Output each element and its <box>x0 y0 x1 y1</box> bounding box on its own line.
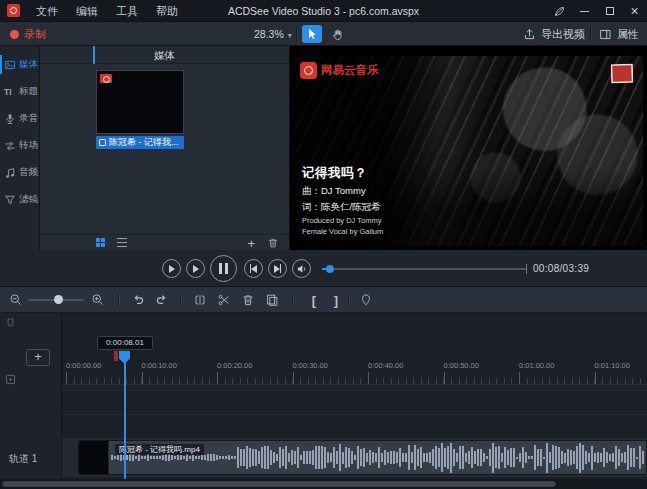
track-options-icon[interactable] <box>4 373 17 386</box>
sidebar-item-媒体[interactable]: 媒体 <box>0 51 39 78</box>
credit-music: 曲：DJ Tommy <box>302 185 383 198</box>
snap-icon[interactable] <box>4 317 17 330</box>
timeline-zoom-handle[interactable] <box>54 295 63 304</box>
delete-media-button[interactable] <box>267 237 279 249</box>
export-icon <box>523 28 536 41</box>
filter-icon <box>4 194 16 206</box>
toolbar: 录制 28.3% 导出视频 属性 <box>0 22 647 46</box>
timeline-toolbar <box>0 287 647 313</box>
hand-icon <box>331 28 344 41</box>
transition-icon <box>4 140 16 152</box>
ruler-tick: 0:00:50.00 <box>444 361 479 370</box>
select-tool-button[interactable] <box>302 25 322 43</box>
timeline-gutter: 轨道 1 <box>0 313 62 479</box>
preview-video: 网易云音乐 记得我吗？ 曲：DJ Tommy 词：陈奂仁/陈冠希 Produce… <box>292 56 643 246</box>
ruler-tick: 0:00:20.00 <box>217 361 252 370</box>
sidebar-item-滤镜[interactable]: 滤镜 <box>0 186 39 213</box>
sidebar-item-转场[interactable]: 转场 <box>0 132 39 159</box>
cursor-icon <box>306 28 318 40</box>
menu-工具[interactable]: 工具 <box>107 0 147 22</box>
add-track-button[interactable] <box>26 349 50 366</box>
add-media-button[interactable] <box>247 234 255 252</box>
time-display: 00:08/03:39 <box>533 263 589 274</box>
volume-button[interactable] <box>292 259 311 278</box>
media-panel-footer <box>40 234 289 250</box>
menu-文件[interactable]: 文件 <box>27 0 67 22</box>
ruler-tick: 0:00:00.00 <box>66 361 101 370</box>
scrollbar-thumb[interactable] <box>2 481 556 487</box>
song-title: 记得我吗？ <box>302 165 383 182</box>
next-frame-button[interactable] <box>268 259 287 278</box>
properties-button[interactable]: 属性 <box>599 22 639 46</box>
microphone-icon <box>4 113 16 125</box>
minimize-button[interactable] <box>572 0 597 22</box>
panel-icon <box>599 28 612 41</box>
record-icon <box>10 30 19 39</box>
seek-slider[interactable] <box>322 268 527 270</box>
lane-divider <box>62 414 647 415</box>
close-button[interactable] <box>622 0 647 22</box>
in-point-marker[interactable] <box>114 351 118 361</box>
app-logo-icon <box>7 4 20 17</box>
pause-button[interactable] <box>210 255 237 282</box>
transport-bar: 00:08/03:39 <box>0 250 647 287</box>
divider <box>348 293 349 307</box>
maximize-button[interactable] <box>597 0 622 22</box>
media-panel-header: 媒体 <box>40 46 289 64</box>
divider <box>180 293 181 307</box>
record-button[interactable]: 录制 <box>0 22 56 46</box>
feather-icon[interactable] <box>547 0 572 22</box>
video-credits: 记得我吗？ 曲：DJ Tommy 词：陈奂仁/陈冠希 Produced by D… <box>302 165 383 236</box>
clip-name: 陈冠希 - 记得我吗.mp4 <box>115 444 204 455</box>
side-rail: 媒体标题录音转场音频滤镜 <box>0 46 40 250</box>
mark-out-icon[interactable] <box>328 292 344 308</box>
copy-icon[interactable] <box>264 292 280 308</box>
previous-frame-button[interactable] <box>244 259 263 278</box>
timeline-ruler[interactable]: 0:00:00.000:00:10.000:00:20.000:00:30.00… <box>62 355 647 385</box>
grid-view-icon[interactable] <box>96 238 105 247</box>
track-name: 轨道 1 <box>9 452 37 466</box>
media-thumbnail <box>96 70 184 134</box>
list-view-icon[interactable] <box>117 238 127 247</box>
split-clip-icon[interactable] <box>192 292 208 308</box>
media-library-item[interactable]: 陈冠希 - 记得我... <box>96 70 184 149</box>
play-selection-button[interactable] <box>186 259 205 278</box>
hand-tool-button[interactable] <box>327 25 347 43</box>
title-icon <box>4 86 16 98</box>
play-button[interactable] <box>162 259 181 278</box>
export-video-button[interactable]: 导出视频 <box>523 22 585 46</box>
trash-icon[interactable] <box>240 292 256 308</box>
redo-icon[interactable] <box>154 292 170 308</box>
menu-帮助[interactable]: 帮助 <box>147 0 187 22</box>
zoom-out-icon[interactable] <box>8 292 24 308</box>
divider <box>292 293 293 307</box>
seek-end-mark <box>526 264 527 274</box>
preview-zoom-dropdown[interactable]: 28.3% <box>250 22 296 46</box>
undo-icon[interactable] <box>130 292 146 308</box>
sidebar-item-标题[interactable]: 标题 <box>0 78 39 105</box>
lane-divider <box>62 390 647 391</box>
sidebar-item-音频[interactable]: 音频 <box>0 159 39 186</box>
marker-icon[interactable] <box>358 292 374 308</box>
divider <box>590 26 591 42</box>
speaker-icon <box>296 263 308 275</box>
scissors-icon[interactable] <box>216 292 232 308</box>
sidebar-item-录音[interactable]: 录音 <box>0 105 39 132</box>
music-brand-icon <box>300 62 317 79</box>
seek-handle[interactable] <box>326 265 334 273</box>
ruler-tick: 0:00:10.00 <box>142 361 177 370</box>
media-icon <box>4 59 16 71</box>
menu-编辑[interactable]: 编辑 <box>67 0 107 22</box>
timeline: 轨道 1 0:00:00.000:00:10.000:00:20.000:00:… <box>0 313 647 479</box>
playhead-line[interactable] <box>124 361 126 479</box>
preview-panel: 网易云音乐 记得我吗？ 曲：DJ Tommy 词：陈奂仁/陈冠希 Produce… <box>290 46 647 250</box>
ruler-tick: 0:01:00.00 <box>519 361 554 370</box>
clip-thumbnail <box>79 441 109 474</box>
ruler-tick: 0:00:40.00 <box>368 361 403 370</box>
mark-in-icon[interactable] <box>306 292 322 308</box>
divider <box>118 293 119 307</box>
playhead-time: 0:00:08.01 <box>97 336 153 350</box>
audio-icon <box>4 167 16 179</box>
timeline-clip[interactable]: 陈冠希 - 记得我吗.mp4 <box>78 440 647 475</box>
zoom-in-icon[interactable] <box>90 292 106 308</box>
